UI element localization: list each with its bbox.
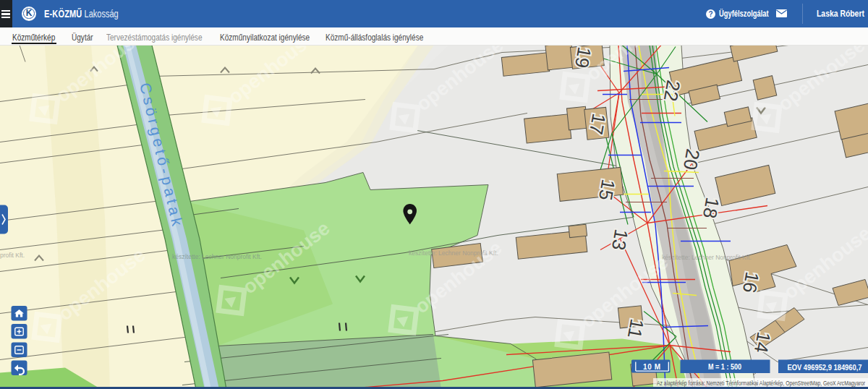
svg-text:16: 16 xyxy=(739,270,764,294)
svg-text:17: 17 xyxy=(585,111,610,136)
svg-text:készítette: Lechner Nonprofit: készítette: Lechner Nonprofit Kft. xyxy=(172,252,262,260)
svg-text:10 M: 10 M xyxy=(643,363,660,371)
svg-text:18: 18 xyxy=(699,195,724,220)
svg-text:EOV 496952,9 184960,7: EOV 496952,9 184960,7 xyxy=(788,362,862,371)
svg-text:15: 15 xyxy=(595,177,620,202)
svg-text:14: 14 xyxy=(750,330,775,354)
svg-text:profit Kft.: profit Kft. xyxy=(0,251,25,258)
svg-text:11: 11 xyxy=(624,317,648,340)
svg-text:22: 22 xyxy=(660,78,685,103)
svg-text:M = 1 : 500: M = 1 : 500 xyxy=(708,362,741,371)
svg-text:Az alaptérkép forrása: Nemzeti: Az alaptérkép forrása: Nemzeti Térinform… xyxy=(657,380,865,387)
svg-text:20: 20 xyxy=(679,147,705,171)
svg-text:készítette: Lechner Nonprofit: készítette: Lechner Nonprofit Kft. xyxy=(662,253,752,260)
svg-text:13: 13 xyxy=(608,227,633,252)
